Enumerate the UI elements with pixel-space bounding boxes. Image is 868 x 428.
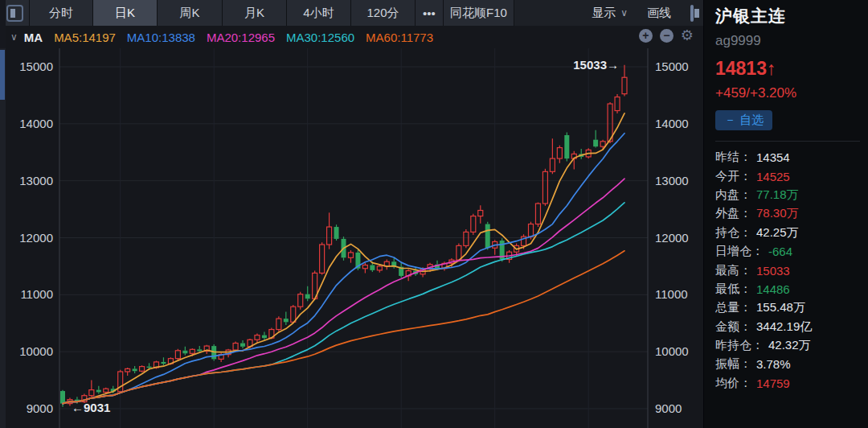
instrument-title: 沪银主连 — [715, 5, 860, 27]
right-panel-toggle-button[interactable] — [690, 6, 694, 20]
quote-stat-row: 金额：3442.19亿 — [715, 318, 860, 336]
ma-legend-item: MA20:12965 — [207, 31, 275, 44]
tab-minute[interactable]: 分时 — [30, 0, 93, 26]
ma-legend-item: MA30:12560 — [286, 31, 354, 44]
svg-text:15033→: 15033→ — [573, 58, 619, 72]
svg-text:15000: 15000 — [655, 60, 689, 73]
quote-stats-list: 昨结：14354今开：14525内盘：77.18万外盘：78.30万持仓：42.… — [715, 148, 860, 393]
quote-stat-row: 内盘：77.18万 — [715, 186, 860, 204]
svg-text:12000: 12000 — [655, 231, 689, 245]
chart-toolbar: 分时日K周K月K4小时120分•••同花顺F10 显示 ∨ 画线 — [0, 0, 703, 26]
left-edge-strip — [0, 0, 6, 428]
quote-panel: 沪银主连 ag9999 14813↑ +459/+3.20% － 自选 昨结：1… — [703, 0, 868, 428]
candlestick-chart[interactable]: 1500015000140001400013000130001200012000… — [0, 48, 703, 428]
quote-stat-row: 总量：155.48万 — [715, 298, 860, 317]
quote-stat-row: 均价：14759 — [715, 374, 860, 393]
svg-text:15000: 15000 — [19, 60, 53, 73]
zoom-out-button[interactable]: − — [660, 29, 674, 43]
panel-toggle-icon — [6, 5, 23, 22]
tab-ths-f10[interactable]: 同花顺F10 — [444, 0, 514, 26]
ma-indicator-row: ∨ MA MA5:14197MA10:13838MA20:12965MA30:1… — [6, 26, 703, 48]
tab-more[interactable]: ••• — [416, 0, 444, 26]
svg-text:9000: 9000 — [27, 401, 53, 415]
quote-stat-row: 外盘：78.30万 — [715, 204, 860, 223]
svg-text:14000: 14000 — [19, 117, 53, 130]
settings-gear-icon[interactable]: ⚙ — [681, 28, 694, 43]
tab-daily-k[interactable]: 日K — [93, 0, 158, 26]
tab-weekly-k[interactable]: 周K — [158, 0, 223, 26]
svg-text:13000: 13000 — [19, 174, 53, 187]
tab-monthly-k[interactable]: 月K — [223, 0, 287, 26]
panel-toggle-icon — [690, 5, 694, 22]
quote-stat-row: 昨持仓：42.32万 — [715, 336, 860, 355]
draw-line-button[interactable]: 画线 — [647, 6, 671, 21]
chevron-down-icon: ∨ — [620, 7, 628, 19]
ma-collapse-chevron-icon[interactable]: ∨ — [10, 31, 18, 43]
zoom-in-button[interactable]: + — [639, 29, 653, 43]
svg-text:14000: 14000 — [655, 117, 689, 130]
ma-legend-item: MA10:13838 — [127, 31, 195, 44]
quote-stat-row: 最低：14486 — [715, 280, 860, 298]
last-price: 14813↑ — [715, 58, 860, 80]
svg-text:11000: 11000 — [20, 287, 53, 301]
ma-legend-item: MA60:11773 — [366, 31, 433, 44]
svg-text:12000: 12000 — [19, 231, 53, 245]
display-dropdown-label: 显示 — [592, 6, 616, 21]
tab-4hour[interactable]: 4小时 — [287, 0, 351, 26]
instrument-code: ag9999 — [715, 33, 860, 49]
tab-120min[interactable]: 120分 — [351, 0, 416, 26]
svg-text:10000: 10000 — [19, 344, 53, 358]
svg-text:10000: 10000 — [655, 344, 689, 358]
divider — [715, 141, 860, 142]
quote-stat-row: 振幅：3.78% — [715, 355, 860, 373]
svg-text:11000: 11000 — [655, 287, 688, 301]
quote-stat-row: 今开：14525 — [715, 167, 860, 185]
quote-stat-row: 持仓：42.25万 — [715, 224, 860, 242]
price-change: +459/+3.20% — [715, 85, 860, 101]
quote-stat-row: 最高：15033 — [715, 261, 860, 279]
ma-indicator-title: MA — [24, 31, 43, 44]
display-dropdown[interactable]: 显示 ∨ — [592, 6, 628, 21]
ma-legend-item: MA5:14197 — [54, 31, 116, 44]
svg-text:13000: 13000 — [655, 174, 689, 187]
svg-text:←9031: ←9031 — [72, 401, 110, 414]
quote-stat-row: 昨结：14354 — [715, 148, 860, 167]
trading-app-window: 分时日K周K月K4小时120分•••同花顺F10 显示 ∨ 画线 ∨ MA MA… — [0, 0, 868, 428]
quote-stat-row: 日增仓：-664 — [715, 242, 860, 261]
remove-watchlist-button[interactable]: － 自选 — [715, 110, 772, 130]
svg-text:9000: 9000 — [655, 401, 682, 415]
